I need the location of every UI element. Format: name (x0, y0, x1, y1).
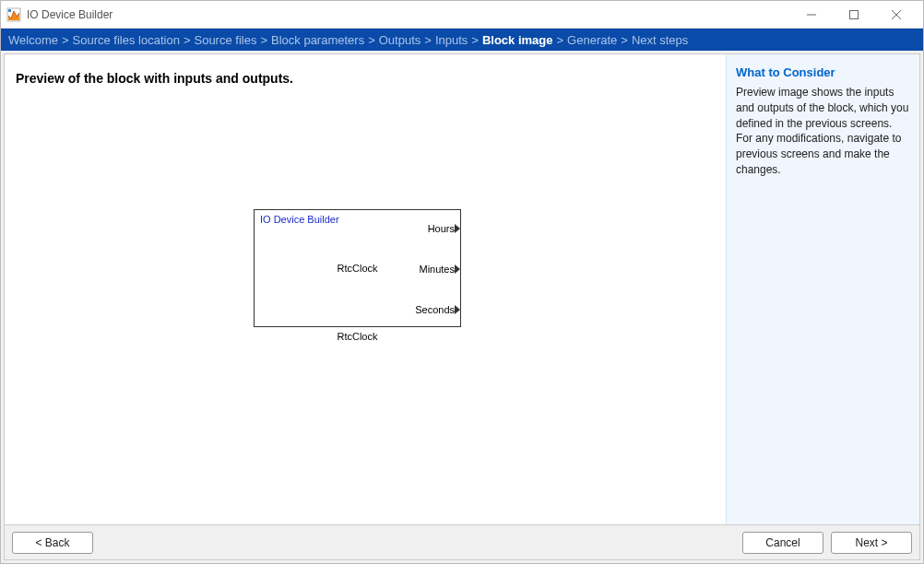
bc-sep: > (62, 33, 69, 47)
block-preview: IO Device Builder RtcClock Hours Minutes… (254, 209, 461, 342)
page-title: Preview of the block with inputs and out… (16, 71, 715, 86)
maximize-button[interactable] (833, 1, 875, 29)
bc-sep: > (368, 33, 375, 47)
block-output-port: Seconds (415, 304, 455, 315)
app-title: IO Device Builder (27, 8, 113, 21)
block-center-label: RtcClock (337, 263, 377, 274)
block-output-port: Minutes (419, 264, 455, 275)
bc-source-files-location[interactable]: Source files location (73, 33, 180, 47)
side-title: What to Consider (736, 65, 910, 79)
titlebar: IO Device Builder (1, 1, 923, 29)
close-button[interactable] (875, 1, 918, 29)
bc-inputs[interactable]: Inputs (435, 33, 468, 47)
port-arrow-icon (455, 264, 460, 274)
bc-source-files[interactable]: Source files (194, 33, 256, 47)
bc-block-image[interactable]: Block image (482, 33, 553, 47)
breadcrumb: Welcome > Source files location > Source… (1, 29, 923, 51)
bc-block-parameters[interactable]: Block parameters (271, 33, 364, 47)
bc-outputs[interactable]: Outputs (379, 33, 421, 47)
side-text: Preview image shows the inputs and outpu… (736, 85, 910, 178)
block-output-label: Minutes (419, 264, 455, 275)
block-box: IO Device Builder RtcClock Hours Minutes… (254, 209, 461, 327)
block-output-label: Hours (428, 223, 455, 234)
bc-sep: > (621, 33, 628, 47)
bc-sep: > (424, 33, 432, 47)
port-arrow-icon (455, 305, 460, 314)
bc-sep: > (184, 33, 191, 47)
next-button[interactable]: Next > (831, 532, 912, 554)
bc-generate[interactable]: Generate (567, 33, 617, 47)
content-pane: Preview of the block with inputs and out… (5, 54, 726, 524)
bc-next-steps[interactable]: Next steps (632, 33, 688, 47)
footer-bar: < Back Cancel Next > (4, 525, 920, 560)
cancel-button[interactable]: Cancel (742, 532, 823, 554)
block-output-label: Seconds (415, 304, 455, 315)
svg-rect-1 (8, 9, 11, 12)
side-pane: What to Consider Preview image shows the… (726, 54, 919, 524)
bc-sep: > (260, 33, 267, 47)
block-caption: RtcClock (254, 331, 461, 342)
minimize-button[interactable] (790, 1, 833, 29)
svg-rect-3 (850, 10, 859, 18)
main-area: Preview of the block with inputs and out… (4, 53, 920, 525)
bc-sep: > (556, 33, 563, 47)
block-title: IO Device Builder (260, 214, 339, 225)
back-button[interactable]: < Back (12, 532, 93, 554)
bc-sep: > (471, 33, 479, 47)
port-arrow-icon (455, 224, 460, 233)
block-output-port: Hours (428, 223, 455, 234)
bc-welcome[interactable]: Welcome (8, 33, 58, 47)
app-icon (6, 7, 21, 22)
